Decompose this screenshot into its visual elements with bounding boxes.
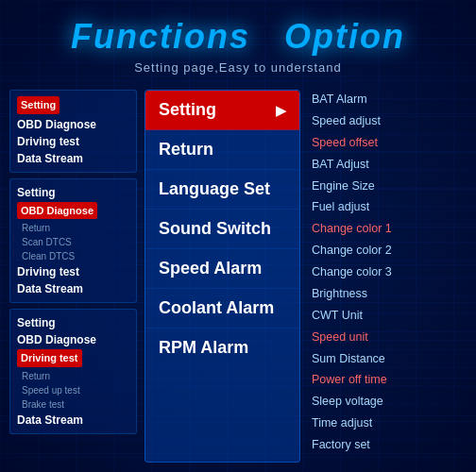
left-group-2-scan[interactable]: Scan DTCS	[17, 235, 129, 249]
main-content: Setting OBD Diagnose Driving test Data S…	[0, 82, 476, 472]
right-item-time-adjust[interactable]: Time adjust	[312, 413, 467, 434]
right-item-power-off[interactable]: Power off time	[312, 370, 467, 391]
menu-item-rpm[interactable]: RPM Alarm	[145, 329, 299, 367]
right-item-sum-distance[interactable]: Sum Distance	[312, 349, 467, 370]
menu-item-coolant[interactable]: Coolant Alarm	[145, 289, 299, 329]
left-group-3-return[interactable]: Return	[17, 369, 129, 383]
title-part2: Option	[284, 17, 405, 56]
right-item-change-color3[interactable]: Change color 3	[312, 262, 467, 283]
right-item-fuel-adjust[interactable]: Fuel adjust	[312, 197, 467, 218]
page-subtitle: Setting page,Easy to understand	[9, 60, 467, 75]
middle-menu: Setting Return Language Set Sound Switch…	[144, 90, 300, 463]
right-item-cwt-unit[interactable]: CWT Unit	[312, 306, 467, 327]
title-part1: Functions	[71, 17, 250, 56]
left-group-2: Setting OBD Diagnose Return Scan DTCS Cl…	[9, 178, 137, 304]
right-item-factory-set[interactable]: Factory set	[312, 435, 467, 456]
left-group-3-speedup[interactable]: Speed up test	[17, 383, 129, 397]
left-group-1-obd[interactable]: OBD Diagnose	[17, 116, 129, 133]
left-group-3-obd[interactable]: OBD Diagnose	[17, 331, 129, 348]
right-item-change-color2[interactable]: Change color 2	[312, 241, 467, 261]
right-item-bat-adjust[interactable]: BAT Adjust	[312, 155, 467, 176]
right-item-speed-offset[interactable]: Speed offset	[312, 133, 467, 154]
left-panel: Setting OBD Diagnose Driving test Data S…	[9, 90, 137, 463]
right-item-engine-size[interactable]: Engine Size	[312, 177, 467, 197]
header: Functions Option Setting page,Easy to un…	[0, 0, 476, 82]
left-group-3-driving[interactable]: Driving test	[17, 349, 82, 367]
menu-item-sound[interactable]: Sound Switch	[145, 210, 299, 249]
left-group-1-setting[interactable]: Setting	[17, 96, 60, 114]
left-group-2-clean[interactable]: Clean DTCS	[17, 249, 129, 263]
right-item-bat-alarm[interactable]: BAT Alarm	[312, 90, 467, 110]
right-item-speed-unit[interactable]: Speed unit	[312, 328, 467, 348]
left-group-2-obd[interactable]: OBD Diagnose	[17, 202, 97, 220]
left-group-1-driving[interactable]: Driving test	[17, 133, 129, 150]
left-group-3-setting[interactable]: Setting	[17, 314, 129, 331]
right-item-change-color1[interactable]: Change color 1	[312, 219, 467, 240]
menu-item-setting[interactable]: Setting	[145, 91, 299, 130]
left-group-3-data[interactable]: Data Stream	[17, 412, 129, 429]
left-group-3-brake[interactable]: Brake test	[17, 397, 129, 412]
right-menu: BAT Alarm Speed adjust Speed offset BAT …	[308, 90, 467, 463]
left-group-2-data[interactable]: Data Stream	[17, 280, 129, 297]
right-item-sleep-voltage[interactable]: Sleep voltage	[312, 392, 467, 413]
menu-item-speed-alarm[interactable]: Speed Alarm	[145, 249, 299, 289]
right-item-brightness[interactable]: Brightness	[312, 284, 467, 305]
left-group-2-return[interactable]: Return	[17, 221, 129, 235]
menu-item-language[interactable]: Language Set	[145, 170, 299, 210]
menu-item-return[interactable]: Return	[145, 130, 299, 170]
page-title: Functions Option	[9, 17, 467, 57]
left-group-2-driving[interactable]: Driving test	[17, 263, 129, 280]
left-group-1: Setting OBD Diagnose Driving test Data S…	[9, 90, 137, 173]
left-group-3: Setting OBD Diagnose Driving test Return…	[9, 309, 137, 434]
left-group-2-setting[interactable]: Setting	[17, 184, 129, 201]
right-item-speed-adjust[interactable]: Speed adjust	[312, 111, 467, 132]
left-group-1-data[interactable]: Data Stream	[17, 150, 129, 167]
